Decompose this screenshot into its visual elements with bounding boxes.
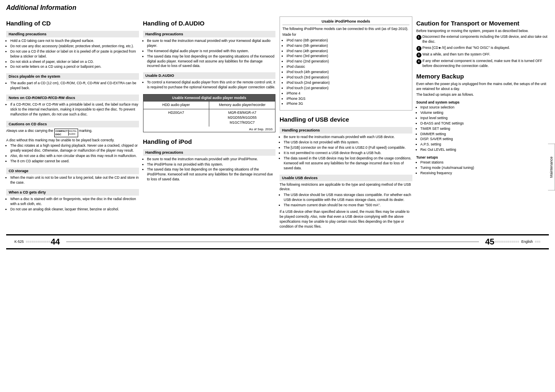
sound-setups-list: Input source selection Volume setting In… [416, 105, 549, 152]
discs-playable-title: Discs playable on the system [6, 73, 139, 80]
usb-precautions-list: Be sure to read the instruction manuals … [280, 135, 412, 171]
list-item: The iPod/iPhone is not provided with thi… [147, 162, 276, 167]
footer-lang: English [521, 240, 533, 244]
list-item: The maximum current drain should be no m… [284, 203, 412, 208]
daudio-precautions-title: Handling precautions [143, 31, 276, 37]
num-2: 2 [416, 46, 421, 51]
list-item: TIMER SET setting [421, 127, 549, 131]
table-header-row: HDD audio player Memory audio player/rec… [143, 101, 275, 109]
table-val: M2GD55/M1GD55 [228, 115, 257, 120]
list-item: The USB device should be USB mass storag… [284, 193, 412, 203]
list-item: The [USB] connector on the rear of this … [284, 145, 412, 150]
table-col2-header: Memory audio player/recorder [209, 101, 275, 109]
daudio-section-title: Handling of D.AUDIO [143, 20, 276, 27]
maintenance-tab: Maintenance [548, 144, 555, 191]
list-item: iPhone 3G [287, 101, 409, 106]
list-item: The 8 cm CD adapter cannot be used. [10, 159, 139, 164]
list-item: The USB device is not provided with this… [284, 140, 412, 145]
list-item: iPod touch (3rd generation) [287, 75, 409, 80]
list-item: iPod nano (4th generation) [287, 49, 409, 54]
list-item: If a CD-ROM, CD-R or CD-RW with a printa… [10, 102, 139, 117]
list-item: The disc rotates at a high speed during … [10, 143, 139, 153]
table-col1-header: HDD audio player [143, 101, 210, 109]
cd-dirty-title: When a CD gets dirty [6, 189, 139, 196]
list-item: Volume setting [421, 111, 549, 115]
table-data-row: HD20GA7 MGR-E8/MGR-A7 M2GD55/M1GD55 M1GC… [143, 109, 275, 127]
daudio-precautions-list: Be sure to read the instruction manual p… [143, 39, 276, 69]
disc-logo: COMPACTDISC DIGITALAUDIO [54, 129, 78, 137]
list-item: The data saved in the USB device may be … [284, 156, 412, 171]
list-item: Rec Out LEVEL setting [421, 148, 549, 152]
column-daudio: Handling of D.AUDIO Handling precautions… [143, 16, 276, 230]
list-item: Hold a CD taking care not to touch the p… [10, 39, 139, 44]
list-item: A.P.S. setting [421, 142, 549, 147]
memory-backup-intro: Even when the power plug is unplugged fr… [416, 82, 549, 92]
list-item: Receiving frequency [421, 171, 549, 176]
list-item: Input level setting [421, 116, 549, 121]
list-item: Preset stations [421, 160, 549, 165]
list-item: Be sure to read the instruction manuals … [147, 157, 276, 162]
cd-storage-list: When the main unit is not to be used for… [6, 175, 139, 186]
list-item: iPhone 4 [287, 91, 409, 96]
page-container: Additional Information Handling of CD Ha… [0, 0, 555, 249]
cautions-cd-title: Cautions on CD discs [6, 121, 139, 127]
ipod-models-list: iPod nano (6th generation) iPod nano (5t… [282, 38, 409, 107]
num-text-4: If any other external component is conne… [423, 59, 549, 69]
usb-precautions-title: Handling precautions [280, 127, 412, 134]
caution-intro: Before transporting or moving the system… [416, 29, 549, 34]
list-item: iPod touch (1st generation) [287, 86, 409, 91]
column-caution: Caution for Transport or Movement Before… [416, 16, 549, 230]
list-item: Do not use any disc accessory (stabilize… [10, 44, 139, 49]
usable-ipod-box: Usable iPod/iPhone models The following … [280, 16, 412, 111]
made-for: Made for [282, 32, 409, 37]
list-item: When a disc is stained with dirt or fing… [10, 197, 139, 207]
cd-precautions-list: Hold a CD taking care not to touch the p… [6, 39, 139, 70]
list-item: Do not stick a sheet of paper, sticker o… [10, 60, 139, 65]
usable-ipod-intro: The following iPod/iPhone models can be … [282, 27, 409, 32]
numbered-item-3: 3 Wait a while, and then turn the system… [416, 52, 549, 58]
list-item: The saved data may be lost depending on … [147, 54, 276, 69]
cd-dirty-list: When a disc is stained with dirt or fing… [6, 197, 139, 212]
page-title: Additional Information [6, 4, 549, 13]
list-item: Do not write letters on a CD using a pen… [10, 65, 139, 69]
numbered-item-4: 4 If any other external component is con… [416, 59, 549, 69]
list-item: Tuning mode (Auto/manual tuning) [421, 166, 549, 171]
list-item: iPod nano (2nd generation) [287, 59, 409, 64]
footer-left: K-525 ≡≡≡≡≡≡≡≡≡≡≡≡≡ [14, 240, 51, 244]
list-item: The audio part of a CD (12 cm), CD-ROM, … [10, 81, 139, 91]
cautions-text2: marking. [79, 129, 92, 133]
column-usb: Usable iPod/iPhone models The following … [280, 16, 412, 230]
sound-setups-title: Sound and system setups [416, 100, 549, 104]
usable-usb-list: The USB device should be USB mass storag… [280, 193, 412, 208]
usable-daudio-title: Usable D.AUDIO [143, 72, 276, 79]
list-item: iPhone 3GS [287, 97, 409, 101]
list-item: Also, do not use a disc with a non circu… [10, 154, 139, 159]
memory-backup-title: Memory Backup [416, 73, 549, 80]
usable-usb-intro: The following restrictions are applicabl… [280, 182, 412, 192]
sound-setups-section: Sound and system setups Input source sel… [416, 100, 549, 154]
num-1: 1 [416, 35, 421, 40]
table-col1-value: HD20GA7 [143, 109, 210, 127]
num-text-1: Disconnect the external components inclu… [423, 35, 549, 44]
list-item: Do not use a CD if the sticker or label … [10, 49, 139, 59]
usable-ipod-title: Usable iPod/iPhone models [282, 19, 409, 25]
list-item: iPod touch (4th generation) [287, 70, 409, 75]
list-item: DIMMER setting [421, 132, 549, 137]
notes-cdrom-list: If a CD-ROM, CD-R or CD-RW with a printa… [6, 102, 139, 118]
list-item: iPod nano (6th generation) [287, 38, 409, 43]
numbered-item-1: 1 Disconnect the external components inc… [416, 35, 549, 44]
footer-model: K-525 [14, 240, 24, 244]
list-item: The saved data may be lost depending on … [147, 167, 276, 182]
columns-wrapper: Handling of CD Handling precautions Hold… [6, 16, 549, 230]
list-item: iPod classic [287, 65, 409, 69]
usable-usb-note: If a USB device other than specified abo… [280, 210, 412, 229]
discs-playable-list: The audio part of a CD (12 cm), CD-ROM, … [6, 81, 139, 91]
cd-storage-title: CD storage [6, 168, 139, 174]
table-val: MGR-E8/MGR-A7 [228, 111, 256, 115]
tuner-setups-list: Preset stations Tuning mode (Auto/manual… [416, 160, 549, 176]
table-title: Usable Kenwood digital audio player mode… [143, 95, 275, 101]
num-text-2: Press [CD►/II] and confirm that "NO DISC… [423, 46, 549, 51]
cautions-text1: Always use a disc carrying the [6, 129, 53, 133]
footer-bar: K-525 ≡≡≡≡≡≡≡≡≡≡≡≡≡ 44 45 ≡≡≡≡≡≡≡≡≡≡≡≡≡ … [6, 234, 549, 249]
list-item: Do not use an analog disk cleaner, lacqu… [10, 207, 139, 212]
